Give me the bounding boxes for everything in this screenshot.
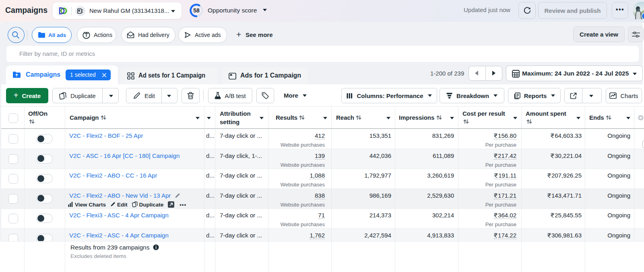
svg-text:58: 58 <box>193 7 200 14</box>
